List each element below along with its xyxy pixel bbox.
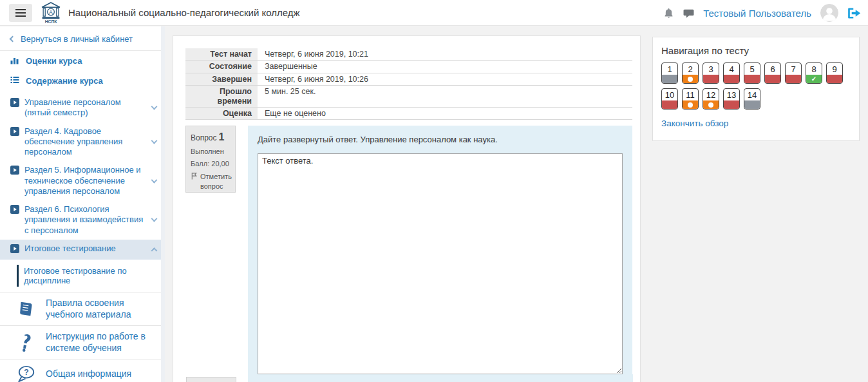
question-status: Выполнен: [191, 148, 231, 155]
header: А НСПК Национальный социально-педагогиче…: [0, 0, 868, 26]
question-nav-button[interactable]: 14: [744, 88, 760, 110]
sidebar-subitem-final-test[interactable]: Итоговое тестирование по дисциплине: [17, 265, 155, 287]
sidebar-item-label: Правила освоения учебного материала: [46, 298, 156, 320]
question-nav-button[interactable]: 3: [703, 62, 719, 84]
question-status-indicator: [724, 75, 739, 83]
summary-row: Оценка Еще не оценено: [185, 108, 632, 120]
sidebar-item-label: Общая информация: [46, 368, 131, 380]
flag-question-link[interactable]: Отметить вопрос: [191, 172, 231, 191]
question-status-indicator: [827, 75, 842, 83]
question-nav-button[interactable]: 12: [703, 88, 719, 110]
sidebar-item-study-rules[interactable]: Правила освоения учебного материала: [0, 292, 165, 325]
sidebar-item-course-grades[interactable]: Оценки курса: [0, 51, 165, 71]
sidebar-item-lms-instructions[interactable]: Инструкция по работе в системе обучения: [0, 325, 165, 359]
sidebar-item-general-info[interactable]: ? Общая информация: [0, 359, 165, 382]
quiz-navigation-panel: Навигация по тесту 1 2 3 4: [652, 37, 860, 141]
question-nav-number: 5: [744, 63, 760, 75]
back-to-dashboard-link[interactable]: Вернуться в личный кабинет: [0, 26, 165, 50]
question-nav-number: 1: [662, 63, 677, 75]
answer-textarea[interactable]: Текст ответа.: [258, 153, 623, 374]
question-status-indicator: [806, 75, 822, 83]
summary-value: Завершенные: [258, 61, 632, 72]
question-nav-button[interactable]: 4: [723, 62, 740, 84]
question-status-indicator: [683, 75, 698, 83]
summary-label: Прошло времени: [185, 86, 258, 107]
summary-row: Прошло времени 5 мин. 25 сек.: [185, 86, 632, 108]
question-buttons-grid: 1 2 3 4 5: [661, 62, 851, 110]
sidebar-scrollbar[interactable]: [161, 26, 165, 382]
sidebar-section-item[interactable]: Раздел 4. Кадровое обеспечение управлени…: [0, 122, 165, 162]
svg-text:?: ?: [24, 368, 28, 377]
play-icon: [10, 205, 19, 236]
question-status-indicator: [786, 75, 801, 83]
chevron-toggle-icon: [151, 248, 158, 254]
question-nav-number: 4: [724, 63, 739, 75]
college-logo-icon: А НСПК: [41, 2, 61, 24]
hamburger-menu-button[interactable]: [9, 4, 32, 22]
question-status-indicator: [744, 100, 760, 109]
question-nav-button[interactable]: 1: [661, 62, 678, 84]
summary-label: Состояние: [185, 61, 258, 72]
finish-review-link[interactable]: Закончить обзор: [661, 119, 728, 128]
question-status-indicator: [765, 75, 780, 83]
sidebar-item-label: Содержание курса: [26, 76, 103, 86]
sidebar-section-item[interactable]: Раздел 5. Информационное и техническое о…: [0, 161, 165, 200]
chevron-toggle-icon: [151, 104, 158, 110]
question-nav-button[interactable]: 11: [682, 88, 699, 110]
question-nav-number: 12: [703, 89, 719, 100]
question-nav-number: 9: [827, 63, 842, 75]
sidebar-section-item[interactable]: Итоговое тестирование: [0, 240, 165, 260]
chevron-toggle-icon: [151, 216, 158, 222]
question-info-box: Вопрос1 Выполнен Балл: 20,00 Отметить во…: [185, 126, 236, 193]
avatar[interactable]: [820, 4, 838, 22]
question-status-indicator: [662, 75, 677, 83]
book-icon: [17, 300, 36, 319]
question-nav-number: 6: [765, 63, 780, 75]
notifications-bell-icon[interactable]: [663, 8, 674, 19]
sidebar-section-item[interactable]: Раздел 6. Психология управления и взаимо…: [0, 200, 165, 240]
header-right: Тестовый Пользователь: [663, 0, 862, 26]
question-nav-button[interactable]: 10: [661, 88, 678, 110]
question-nav-number: 3: [703, 63, 719, 75]
user-menu[interactable]: Тестовый Пользователь: [703, 8, 811, 19]
question-nav-button[interactable]: 9: [826, 62, 843, 84]
sidebar-item-label: Инструкция по работе в системе обучения: [46, 331, 156, 354]
summary-label: Тест начат: [185, 48, 258, 60]
logout-icon[interactable]: [847, 7, 862, 19]
question-bubble-icon: ?: [17, 365, 36, 382]
flag-icon: [191, 172, 198, 182]
summary-value: Еще не оценено: [258, 108, 632, 119]
question-2-content-preview: [249, 374, 633, 382]
section-label: Управление персоналом (пятый семестр): [24, 97, 146, 119]
question-status-indicator: [683, 100, 698, 109]
question-status-indicator: [703, 100, 719, 109]
bar-chart-icon: [10, 55, 19, 66]
messages-chat-icon[interactable]: [683, 8, 694, 19]
question-nav-number: 2: [683, 63, 698, 75]
section-label: Раздел 4. Кадровое обеспечение управлени…: [24, 126, 146, 158]
svg-text:А: А: [49, 10, 53, 15]
question-nav-button[interactable]: 7: [785, 62, 802, 84]
question-nav-button[interactable]: 2: [682, 62, 699, 84]
summary-value: Четверг, 6 июня 2019, 10:21: [258, 48, 632, 60]
sidebar-item-label: Оценки курса: [26, 56, 82, 66]
question-number: Вопрос1: [191, 131, 231, 143]
sidebar-item-course-contents[interactable]: Содержание курса: [0, 71, 165, 91]
section-label: Раздел 5. Информационное и техническое о…: [24, 165, 146, 196]
summary-row: Завершен Четверг, 6 июня 2019, 10:26: [185, 73, 632, 86]
summary-row: Тест начат Четверг, 6 июня 2019, 10:21: [185, 48, 632, 61]
sidebar-section-item[interactable]: Управление персоналом (пятый семестр): [0, 93, 165, 122]
summary-label: Завершен: [185, 73, 258, 85]
question-points: Балл: 20,00: [191, 160, 231, 167]
question-nav-button[interactable]: 5: [744, 62, 760, 84]
question-nav-button[interactable]: 13: [723, 88, 740, 110]
chevron-toggle-icon: [151, 138, 158, 144]
question-nav-button[interactable]: 6: [764, 62, 781, 84]
question-nav-button[interactable]: 8: [806, 62, 822, 84]
svg-text:НСПК: НСПК: [45, 19, 57, 24]
question-status-indicator: [703, 75, 719, 83]
summary-value: 5 мин. 25 сек.: [258, 86, 632, 107]
flag-label: Отметить вопрос: [200, 172, 232, 191]
chevron-left-icon: [10, 36, 16, 43]
question-nav-number: 13: [724, 89, 739, 100]
